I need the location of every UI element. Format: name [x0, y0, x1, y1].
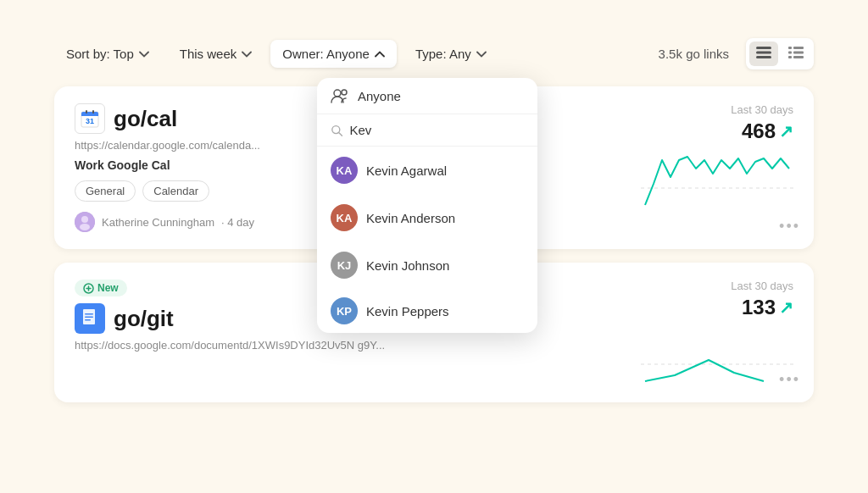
- links-count: 3.5k go links: [659, 47, 729, 61]
- svg-rect-8: [793, 56, 804, 58]
- card-go-cal-right: Last 30 days 468 ↗: [624, 103, 793, 209]
- svg-rect-13: [86, 110, 87, 114]
- kevin-johnson-name: Kevin Johnson: [366, 258, 449, 273]
- arrow-up-icon: ↗: [779, 121, 793, 141]
- card-go-cal-time: · 4 day: [221, 216, 254, 229]
- anyone-icon: [331, 88, 349, 103]
- kevin-peppers-name: Kevin Peppers: [366, 304, 449, 319]
- dropdown-anyone-option[interactable]: Anyone: [317, 78, 537, 114]
- arrow-up-icon-2: ↗: [779, 297, 793, 318]
- card-go-cal-owner: Katherine Cunningham: [102, 216, 214, 229]
- svg-rect-7: [788, 56, 792, 58]
- card-go-git-count-value: 133: [742, 296, 776, 319]
- svg-point-25: [334, 90, 341, 97]
- card-go-git-chart: [641, 326, 793, 385]
- card-go-cal-count-value: 468: [742, 119, 776, 143]
- card-go-git-title: go/git: [114, 306, 174, 332]
- svg-rect-21: [85, 313, 93, 315]
- kevin-anderson-avatar: KA: [331, 204, 358, 231]
- sort-chevron-icon: [139, 49, 149, 59]
- svg-rect-0: [756, 47, 771, 49]
- kevin-johnson-avatar: KJ: [331, 252, 358, 279]
- main-container: Sort by: Top This week Owner: Anyone Typ…: [27, 18, 841, 475]
- dropdown-person-kevin-peppers-partial[interactable]: KP Kevin Peppers: [317, 289, 537, 333]
- svg-rect-6: [793, 52, 804, 54]
- dropdown-search-row: [317, 114, 537, 147]
- search-icon: [331, 124, 342, 137]
- new-badge-icon: [83, 283, 94, 294]
- card-go-git-stats-label: Last 30 days: [731, 280, 793, 292]
- type-filter-btn[interactable]: Type: Any: [403, 40, 498, 68]
- kevin-agarwal-avatar: KA: [331, 157, 358, 184]
- card-go-cal-stats-count: 468 ↗: [742, 119, 793, 143]
- card-go-cal-chart: [641, 150, 793, 209]
- svg-rect-5: [788, 52, 792, 54]
- kevin-agarwal-name: Kevin Agarwal: [366, 163, 447, 178]
- avatar-svg: [75, 212, 95, 232]
- toolbar: Sort by: Top This week Owner: Anyone Typ…: [54, 38, 814, 69]
- week-chevron-icon: [242, 49, 252, 59]
- svg-point-16: [81, 216, 88, 223]
- card-go-cal-title: go/cal: [114, 106, 177, 132]
- gdoc-app-icon: [75, 303, 105, 334]
- svg-line-28: [339, 132, 342, 136]
- more-options-btn-2[interactable]: •••: [779, 371, 800, 389]
- dropdown-person-kevin-johnson[interactable]: KJ Kevin Johnson: [317, 241, 537, 289]
- svg-point-17: [80, 224, 90, 230]
- owner-label: Owner: Anyone: [282, 47, 370, 61]
- new-badge-label: New: [97, 282, 119, 294]
- svg-rect-1: [756, 52, 771, 54]
- gdoc-svg: [81, 309, 98, 328]
- kevin-peppers-avatar: KP: [331, 297, 358, 324]
- svg-rect-22: [85, 317, 93, 319]
- dropdown-person-kevin-anderson[interactable]: KA Kevin Anderson: [317, 194, 537, 241]
- svg-text:31: 31: [86, 117, 94, 125]
- type-label: Type: Any: [415, 47, 471, 61]
- card-go-cal-stats-label: Last 30 days: [731, 103, 793, 116]
- svg-rect-11: [81, 114, 98, 116]
- new-badge: New: [75, 280, 127, 296]
- compact-view-icon: [756, 47, 771, 58]
- gcal-app-icon: 31: [75, 103, 105, 134]
- tag-calendar[interactable]: Calendar: [142, 180, 209, 202]
- owner-chevron-icon: [375, 49, 385, 59]
- card-go-git-url: https://docs.google.com/documentd/1XWIs9…: [75, 339, 610, 352]
- kevin-anderson-name: Kevin Anderson: [366, 211, 455, 225]
- view-list-btn[interactable]: [782, 42, 810, 66]
- owner-dropdown: Anyone KA Kevin Agarwal KA Kevin Anderso…: [317, 78, 537, 333]
- anyone-label: Anyone: [358, 89, 401, 103]
- sort-label: Sort by: Top: [66, 47, 134, 61]
- week-filter-btn[interactable]: This week: [168, 40, 264, 68]
- card-go-git-right: Last 30 days 133 ↗: [624, 280, 793, 385]
- svg-point-26: [342, 90, 347, 95]
- owner-search-input[interactable]: [349, 123, 524, 137]
- svg-rect-4: [793, 47, 804, 49]
- list-view-icon: [788, 47, 804, 58]
- sort-filter-btn[interactable]: Sort by: Top: [54, 40, 161, 68]
- week-label: This week: [180, 47, 237, 61]
- svg-rect-2: [756, 56, 771, 58]
- gcal-svg: 31: [80, 108, 100, 129]
- view-compact-btn[interactable]: [749, 42, 778, 66]
- tag-general[interactable]: General: [75, 180, 136, 202]
- card-go-cal-avatar: [75, 212, 95, 232]
- dropdown-person-kevin-agarwal[interactable]: KA Kevin Agarwal: [317, 147, 537, 194]
- svg-rect-3: [788, 47, 792, 49]
- svg-rect-14: [92, 110, 94, 114]
- cards-area: 31 go/cal https://calendar.google.com/ca…: [54, 86, 814, 402]
- type-chevron-icon: [476, 49, 487, 59]
- more-options-btn[interactable]: •••: [779, 218, 800, 235]
- owner-filter-btn[interactable]: Owner: Anyone: [270, 40, 397, 68]
- svg-rect-23: [85, 319, 91, 321]
- card-go-git-stats-count: 133 ↗: [742, 296, 793, 319]
- view-toggle: [746, 38, 814, 69]
